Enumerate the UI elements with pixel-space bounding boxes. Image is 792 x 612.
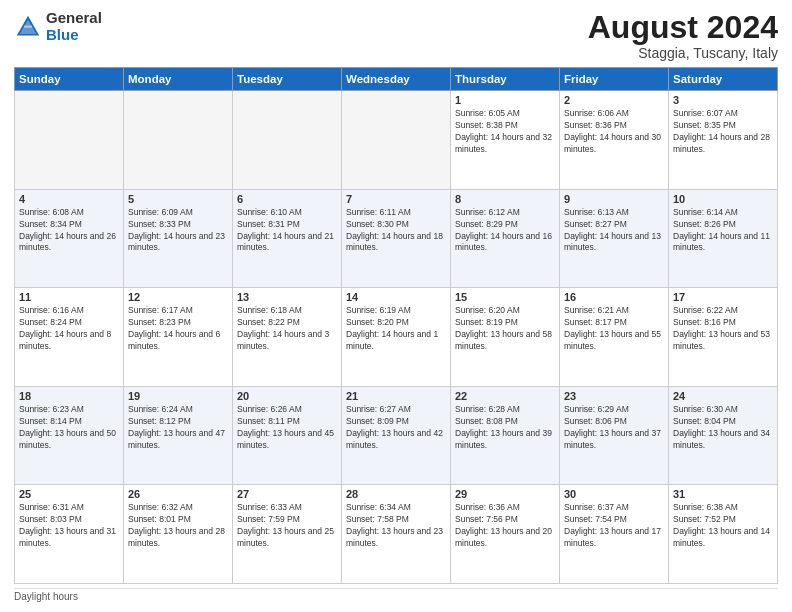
day-info: Sunrise: 6:29 AMSunset: 8:06 PMDaylight:… <box>564 404 664 452</box>
day-cell-21: 21Sunrise: 6:27 AMSunset: 8:09 PMDayligh… <box>342 386 451 485</box>
day-number: 15 <box>455 291 555 303</box>
day-info: Sunrise: 6:06 AMSunset: 8:36 PMDaylight:… <box>564 108 664 156</box>
header-sunday: Sunday <box>15 68 124 91</box>
day-cell-18: 18Sunrise: 6:23 AMSunset: 8:14 PMDayligh… <box>15 386 124 485</box>
svg-rect-2 <box>24 25 32 27</box>
week-row-2: 4Sunrise: 6:08 AMSunset: 8:34 PMDaylight… <box>15 189 778 288</box>
day-number: 10 <box>673 193 773 205</box>
day-number: 11 <box>19 291 119 303</box>
day-cell-7: 7Sunrise: 6:11 AMSunset: 8:30 PMDaylight… <box>342 189 451 288</box>
day-number: 1 <box>455 94 555 106</box>
day-info: Sunrise: 6:30 AMSunset: 8:04 PMDaylight:… <box>673 404 773 452</box>
day-info: Sunrise: 6:07 AMSunset: 8:35 PMDaylight:… <box>673 108 773 156</box>
day-number: 23 <box>564 390 664 402</box>
day-number: 25 <box>19 488 119 500</box>
day-cell-empty <box>124 91 233 190</box>
day-info: Sunrise: 6:31 AMSunset: 8:03 PMDaylight:… <box>19 502 119 550</box>
day-info: Sunrise: 6:12 AMSunset: 8:29 PMDaylight:… <box>455 207 555 255</box>
day-number: 24 <box>673 390 773 402</box>
logo-text: General Blue <box>46 10 102 43</box>
day-number: 9 <box>564 193 664 205</box>
day-cell-12: 12Sunrise: 6:17 AMSunset: 8:23 PMDayligh… <box>124 288 233 387</box>
page: General Blue August 2024 Staggia, Tuscan… <box>0 0 792 612</box>
day-number: 18 <box>19 390 119 402</box>
header-friday: Friday <box>560 68 669 91</box>
day-number: 7 <box>346 193 446 205</box>
day-cell-20: 20Sunrise: 6:26 AMSunset: 8:11 PMDayligh… <box>233 386 342 485</box>
day-number: 14 <box>346 291 446 303</box>
day-cell-15: 15Sunrise: 6:20 AMSunset: 8:19 PMDayligh… <box>451 288 560 387</box>
day-number: 6 <box>237 193 337 205</box>
day-cell-5: 5Sunrise: 6:09 AMSunset: 8:33 PMDaylight… <box>124 189 233 288</box>
day-info: Sunrise: 6:38 AMSunset: 7:52 PMDaylight:… <box>673 502 773 550</box>
day-cell-29: 29Sunrise: 6:36 AMSunset: 7:56 PMDayligh… <box>451 485 560 584</box>
day-info: Sunrise: 6:05 AMSunset: 8:38 PMDaylight:… <box>455 108 555 156</box>
day-number: 12 <box>128 291 228 303</box>
day-number: 13 <box>237 291 337 303</box>
subtitle: Staggia, Tuscany, Italy <box>588 45 778 61</box>
month-title: August 2024 <box>588 10 778 45</box>
header: General Blue August 2024 Staggia, Tuscan… <box>14 10 778 61</box>
footer-label: Daylight hours <box>14 591 78 602</box>
day-number: 3 <box>673 94 773 106</box>
day-info: Sunrise: 6:33 AMSunset: 7:59 PMDaylight:… <box>237 502 337 550</box>
day-info: Sunrise: 6:27 AMSunset: 8:09 PMDaylight:… <box>346 404 446 452</box>
day-cell-empty <box>342 91 451 190</box>
day-cell-empty <box>15 91 124 190</box>
day-cell-31: 31Sunrise: 6:38 AMSunset: 7:52 PMDayligh… <box>669 485 778 584</box>
header-tuesday: Tuesday <box>233 68 342 91</box>
header-wednesday: Wednesday <box>342 68 451 91</box>
day-info: Sunrise: 6:36 AMSunset: 7:56 PMDaylight:… <box>455 502 555 550</box>
day-info: Sunrise: 6:10 AMSunset: 8:31 PMDaylight:… <box>237 207 337 255</box>
day-cell-17: 17Sunrise: 6:22 AMSunset: 8:16 PMDayligh… <box>669 288 778 387</box>
day-info: Sunrise: 6:11 AMSunset: 8:30 PMDaylight:… <box>346 207 446 255</box>
day-number: 27 <box>237 488 337 500</box>
day-number: 21 <box>346 390 446 402</box>
day-info: Sunrise: 6:14 AMSunset: 8:26 PMDaylight:… <box>673 207 773 255</box>
day-info: Sunrise: 6:20 AMSunset: 8:19 PMDaylight:… <box>455 305 555 353</box>
day-cell-19: 19Sunrise: 6:24 AMSunset: 8:12 PMDayligh… <box>124 386 233 485</box>
day-info: Sunrise: 6:24 AMSunset: 8:12 PMDaylight:… <box>128 404 228 452</box>
week-row-1: 1Sunrise: 6:05 AMSunset: 8:38 PMDaylight… <box>15 91 778 190</box>
day-cell-16: 16Sunrise: 6:21 AMSunset: 8:17 PMDayligh… <box>560 288 669 387</box>
day-info: Sunrise: 6:28 AMSunset: 8:08 PMDaylight:… <box>455 404 555 452</box>
day-cell-22: 22Sunrise: 6:28 AMSunset: 8:08 PMDayligh… <box>451 386 560 485</box>
calendar-table: SundayMondayTuesdayWednesdayThursdayFrid… <box>14 67 778 584</box>
day-number: 16 <box>564 291 664 303</box>
day-info: Sunrise: 6:17 AMSunset: 8:23 PMDaylight:… <box>128 305 228 353</box>
day-cell-23: 23Sunrise: 6:29 AMSunset: 8:06 PMDayligh… <box>560 386 669 485</box>
day-number: 5 <box>128 193 228 205</box>
calendar-header-row: SundayMondayTuesdayWednesdayThursdayFrid… <box>15 68 778 91</box>
day-info: Sunrise: 6:13 AMSunset: 8:27 PMDaylight:… <box>564 207 664 255</box>
day-number: 19 <box>128 390 228 402</box>
day-info: Sunrise: 6:23 AMSunset: 8:14 PMDaylight:… <box>19 404 119 452</box>
day-cell-9: 9Sunrise: 6:13 AMSunset: 8:27 PMDaylight… <box>560 189 669 288</box>
day-cell-1: 1Sunrise: 6:05 AMSunset: 8:38 PMDaylight… <box>451 91 560 190</box>
day-number: 4 <box>19 193 119 205</box>
day-cell-24: 24Sunrise: 6:30 AMSunset: 8:04 PMDayligh… <box>669 386 778 485</box>
day-number: 17 <box>673 291 773 303</box>
week-row-4: 18Sunrise: 6:23 AMSunset: 8:14 PMDayligh… <box>15 386 778 485</box>
day-cell-14: 14Sunrise: 6:19 AMSunset: 8:20 PMDayligh… <box>342 288 451 387</box>
day-info: Sunrise: 6:26 AMSunset: 8:11 PMDaylight:… <box>237 404 337 452</box>
week-row-5: 25Sunrise: 6:31 AMSunset: 8:03 PMDayligh… <box>15 485 778 584</box>
day-info: Sunrise: 6:19 AMSunset: 8:20 PMDaylight:… <box>346 305 446 353</box>
day-cell-10: 10Sunrise: 6:14 AMSunset: 8:26 PMDayligh… <box>669 189 778 288</box>
day-cell-13: 13Sunrise: 6:18 AMSunset: 8:22 PMDayligh… <box>233 288 342 387</box>
day-cell-6: 6Sunrise: 6:10 AMSunset: 8:31 PMDaylight… <box>233 189 342 288</box>
title-block: August 2024 Staggia, Tuscany, Italy <box>588 10 778 61</box>
header-thursday: Thursday <box>451 68 560 91</box>
day-number: 30 <box>564 488 664 500</box>
day-info: Sunrise: 6:37 AMSunset: 7:54 PMDaylight:… <box>564 502 664 550</box>
day-cell-26: 26Sunrise: 6:32 AMSunset: 8:01 PMDayligh… <box>124 485 233 584</box>
day-cell-25: 25Sunrise: 6:31 AMSunset: 8:03 PMDayligh… <box>15 485 124 584</box>
day-cell-8: 8Sunrise: 6:12 AMSunset: 8:29 PMDaylight… <box>451 189 560 288</box>
day-number: 29 <box>455 488 555 500</box>
day-number: 22 <box>455 390 555 402</box>
day-number: 2 <box>564 94 664 106</box>
day-info: Sunrise: 6:18 AMSunset: 8:22 PMDaylight:… <box>237 305 337 353</box>
logo-icon <box>14 13 42 41</box>
day-cell-2: 2Sunrise: 6:06 AMSunset: 8:36 PMDaylight… <box>560 91 669 190</box>
week-row-3: 11Sunrise: 6:16 AMSunset: 8:24 PMDayligh… <box>15 288 778 387</box>
day-cell-empty <box>233 91 342 190</box>
